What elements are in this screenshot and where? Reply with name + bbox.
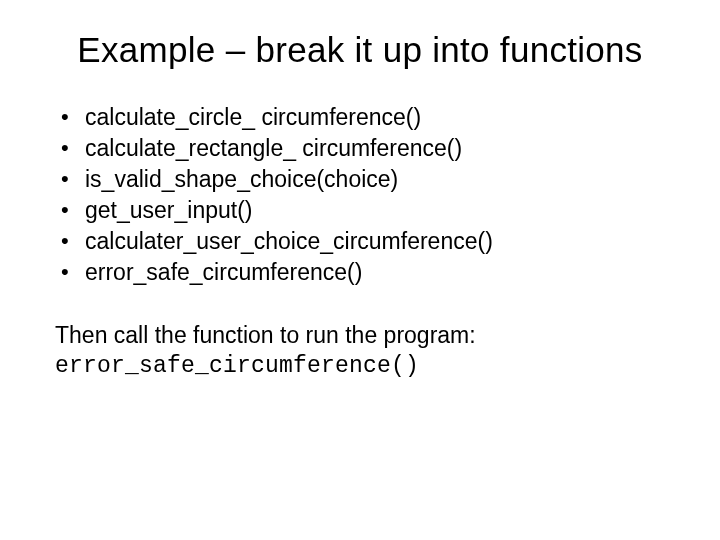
list-item: get_user_input() [59,195,665,226]
instruction-text: Then call the function to run the progra… [55,320,665,351]
list-item: calculate_circle_ circumference() [59,102,665,133]
list-item: is_valid_shape_choice(choice) [59,164,665,195]
code-call: error_safe_circumference() [55,351,665,382]
slide-title: Example – break it up into functions [55,30,665,70]
list-item: error_safe_circumference() [59,257,665,288]
list-item: calculater_user_choice_circumference() [59,226,665,257]
list-item: calculate_rectangle_ circumference() [59,133,665,164]
function-list: calculate_circle_ circumference() calcul… [59,102,665,288]
